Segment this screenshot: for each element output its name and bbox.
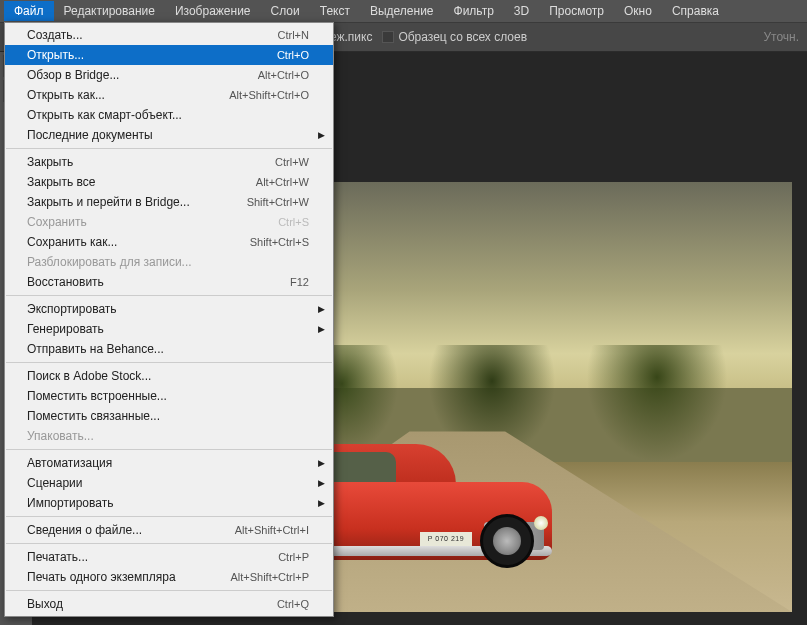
- menu-item-label: Печать одного экземпляра: [27, 570, 230, 584]
- menu-item-label: Сценарии: [27, 476, 309, 490]
- menu-item: Разблокировать для записи...: [5, 252, 333, 272]
- menu-item-shortcut: Alt+Shift+Ctrl+P: [230, 571, 309, 583]
- submenu-arrow-icon: ▶: [318, 130, 325, 140]
- submenu-arrow-icon: ▶: [318, 458, 325, 468]
- menu-item-label: Открыть как...: [27, 88, 229, 102]
- menu-item-shortcut: Alt+Ctrl+W: [256, 176, 309, 188]
- menu-item: Упаковать...: [5, 426, 333, 446]
- menu-separator: [6, 449, 332, 450]
- menu-item-label: Выход: [27, 597, 277, 611]
- menu-item[interactable]: ВосстановитьF12: [5, 272, 333, 292]
- menu-item[interactable]: Закрыть всеAlt+Ctrl+W: [5, 172, 333, 192]
- menu-item-label: Сохранить как...: [27, 235, 250, 249]
- menu-item[interactable]: Открыть как смарт-объект...: [5, 105, 333, 125]
- menu-item-label: Закрыть и перейти в Bridge...: [27, 195, 247, 209]
- menu-окно[interactable]: Окно: [614, 1, 662, 21]
- menu-item[interactable]: Печать одного экземпляраAlt+Shift+Ctrl+P: [5, 567, 333, 587]
- menu-item-label: Закрыть все: [27, 175, 256, 189]
- menu-item-shortcut: Ctrl+N: [278, 29, 309, 41]
- menu-separator: [6, 590, 332, 591]
- menu-separator: [6, 516, 332, 517]
- menu-item-label: Восстановить: [27, 275, 290, 289]
- menu-item-label: Разблокировать для записи...: [27, 255, 309, 269]
- menu-item-label: Сведения о файле...: [27, 523, 235, 537]
- menu-item-label: Экспортировать: [27, 302, 309, 316]
- menu-item[interactable]: Импортировать▶: [5, 493, 333, 513]
- menu-item-shortcut: Shift+Ctrl+W: [247, 196, 309, 208]
- menu-item[interactable]: Открыть...Ctrl+O: [5, 45, 333, 65]
- menu-item[interactable]: Сценарии▶: [5, 473, 333, 493]
- menu-separator: [6, 362, 332, 363]
- menu-item[interactable]: ЗакрытьCtrl+W: [5, 152, 333, 172]
- menu-item[interactable]: Обзор в Bridge...Alt+Ctrl+O: [5, 65, 333, 85]
- menu-item[interactable]: Закрыть и перейти в Bridge...Shift+Ctrl+…: [5, 192, 333, 212]
- menu-item-label: Поместить встроенные...: [27, 389, 309, 403]
- menu-выделение[interactable]: Выделение: [360, 1, 444, 21]
- menu-файл[interactable]: Файл: [4, 1, 54, 21]
- menu-item-label: Сохранить: [27, 215, 278, 229]
- menu-item-label: Поиск в Adobe Stock...: [27, 369, 309, 383]
- menu-текст[interactable]: Текст: [310, 1, 360, 21]
- menu-item[interactable]: Печатать...Ctrl+P: [5, 547, 333, 567]
- menu-item-label: Закрыть: [27, 155, 275, 169]
- car-wheel-front: [480, 514, 534, 568]
- menu-item-shortcut: Shift+Ctrl+S: [250, 236, 309, 248]
- menu-item-label: Последние документы: [27, 128, 309, 142]
- menu-separator: [6, 543, 332, 544]
- menu-item-label: Поместить связанные...: [27, 409, 309, 423]
- menu-item[interactable]: Создать...Ctrl+N: [5, 25, 333, 45]
- menu-item-shortcut: F12: [290, 276, 309, 288]
- menu-item-label: Импортировать: [27, 496, 309, 510]
- menu-item[interactable]: Поместить встроенные...: [5, 386, 333, 406]
- all-layers-checkbox[interactable]: Образец со всех слоев: [382, 30, 527, 44]
- menu-item-shortcut: Alt+Shift+Ctrl+I: [235, 524, 309, 536]
- menu-separator: [6, 148, 332, 149]
- menu-3d[interactable]: 3D: [504, 1, 539, 21]
- menu-просмотр[interactable]: Просмотр: [539, 1, 614, 21]
- menu-справка[interactable]: Справка: [662, 1, 729, 21]
- menu-item[interactable]: Открыть как...Alt+Shift+Ctrl+O: [5, 85, 333, 105]
- menu-item[interactable]: Сохранить как...Shift+Ctrl+S: [5, 232, 333, 252]
- menu-item[interactable]: Сведения о файле...Alt+Shift+Ctrl+I: [5, 520, 333, 540]
- submenu-arrow-icon: ▶: [318, 304, 325, 314]
- menu-item[interactable]: Экспортировать▶: [5, 299, 333, 319]
- menu-item: СохранитьCtrl+S: [5, 212, 333, 232]
- menu-item-label: Открыть...: [27, 48, 277, 62]
- menu-item[interactable]: Последние документы▶: [5, 125, 333, 145]
- menu-item-shortcut: Ctrl+S: [278, 216, 309, 228]
- menu-item-label: Упаковать...: [27, 429, 309, 443]
- menu-item-shortcut: Ctrl+P: [278, 551, 309, 563]
- menu-редактирование[interactable]: Редактирование: [54, 1, 165, 21]
- file-menu-dropdown: Создать...Ctrl+NОткрыть...Ctrl+OОбзор в …: [4, 22, 334, 617]
- submenu-arrow-icon: ▶: [318, 324, 325, 334]
- menubar: ФайлРедактированиеИзображениеСлоиТекстВы…: [0, 0, 807, 22]
- menu-изображение[interactable]: Изображение: [165, 1, 261, 21]
- submenu-arrow-icon: ▶: [318, 498, 325, 508]
- menu-item-shortcut: Ctrl+O: [277, 49, 309, 61]
- menu-item[interactable]: Автоматизация▶: [5, 453, 333, 473]
- menu-item-label: Создать...: [27, 28, 278, 42]
- menu-item[interactable]: ВыходCtrl+Q: [5, 594, 333, 614]
- refine-button[interactable]: Уточн.: [763, 30, 799, 44]
- license-plate: P 070 219: [420, 532, 472, 546]
- checkbox-icon: [382, 31, 394, 43]
- menu-слои[interactable]: Слои: [261, 1, 310, 21]
- submenu-arrow-icon: ▶: [318, 478, 325, 488]
- menu-item[interactable]: Поиск в Adobe Stock...: [5, 366, 333, 386]
- menu-item-label: Открыть как смарт-объект...: [27, 108, 309, 122]
- menu-separator: [6, 295, 332, 296]
- menu-item-label: Автоматизация: [27, 456, 309, 470]
- car-headlight: [534, 516, 548, 530]
- menu-item-shortcut: Ctrl+Q: [277, 598, 309, 610]
- menu-item-shortcut: Alt+Shift+Ctrl+O: [229, 89, 309, 101]
- menu-item-label: Обзор в Bridge...: [27, 68, 258, 82]
- menu-item-label: Отправить на Behance...: [27, 342, 309, 356]
- menu-item-label: Печатать...: [27, 550, 278, 564]
- menu-фильтр[interactable]: Фильтр: [444, 1, 504, 21]
- menu-item[interactable]: Поместить связанные...: [5, 406, 333, 426]
- menu-item[interactable]: Отправить на Behance...: [5, 339, 333, 359]
- menu-item[interactable]: Генерировать▶: [5, 319, 333, 339]
- menu-item-shortcut: Alt+Ctrl+O: [258, 69, 309, 81]
- menu-item-label: Генерировать: [27, 322, 309, 336]
- menu-item-shortcut: Ctrl+W: [275, 156, 309, 168]
